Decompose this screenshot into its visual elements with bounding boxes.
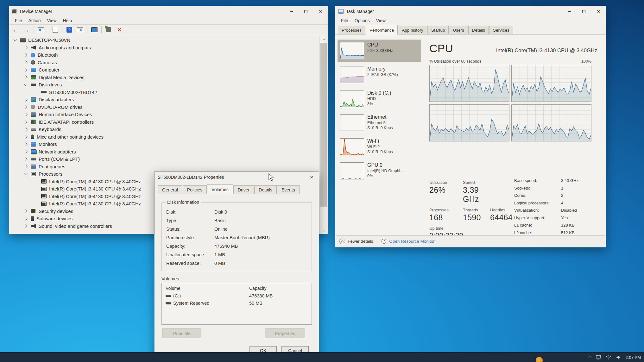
task-manager-tab-users[interactable]: Users [449,26,468,34]
collapse-chevron-icon[interactable] [24,83,27,86]
task-manager-tab-services[interactable]: Services [489,26,513,34]
tm-sidebar-gpu-0[interactable]: GPU 0Intel(R) HD Graphi...0% [338,160,421,182]
tree-item-mice-and-other-pointing-devices[interactable]: Mice and other pointing devices [9,133,319,141]
tree-item-monitors[interactable]: Monitors [9,140,319,148]
collapse-chevron-icon[interactable] [24,172,27,175]
tm-maximize-button[interactable] [577,6,591,17]
tree-item-bluetooth[interactable]: Bluetooth [9,51,319,59]
tree-item-audio-inputs-and-outputs[interactable]: Audio inputs and outputs [9,44,319,52]
device-manager-menu-view[interactable]: View [44,17,60,24]
fewer-details-button[interactable]: Fewer details [339,239,373,244]
device-manager-menu-action[interactable]: Action [25,17,44,24]
cpu-core-graph-1[interactable] [429,65,509,102]
tm-sidebar-wi-fi[interactable]: Wi-FiWi-Fi 2S: 0 R: 0 Kbps [338,136,421,158]
tree-item-dvd-cd-rom-drives[interactable]: DVD/CD-ROM drives [9,103,319,111]
cpu-core-graph-4[interactable] [511,104,591,141]
expand-chevron-icon[interactable] [24,113,27,116]
dialog-tab-policies[interactable]: Policies [183,185,207,194]
dialog-tab-general[interactable]: General [158,185,182,194]
clock[interactable]: 2:07 PM [626,355,641,360]
tree-item-human-interface-devices[interactable]: Human Interface Devices [9,111,319,118]
dialog-tab-volumes[interactable]: Volumes [207,184,233,194]
expand-chevron-icon[interactable] [24,209,27,213]
expand-chevron-icon[interactable] [24,53,27,57]
populate-button[interactable]: Populate [162,328,201,338]
taskbar[interactable]: 2:07 PM [0,353,644,362]
expand-chevron-icon[interactable] [24,150,27,153]
tm-sidebar-ethernet[interactable]: EthernetEthernet 5S: 0 R: 0 Kbps [338,112,421,134]
scan-computer-toolbar-button[interactable] [90,25,99,34]
tm-sidebar-cpu[interactable]: CPU26% 3.39 GHz [338,40,421,62]
forward-toolbar-button[interactable]: → [22,25,31,34]
tree-item-digital-media-devices[interactable]: Digital Media Devices [9,74,319,81]
expand-chevron-icon[interactable] [24,165,27,168]
task-manager-tab-startup[interactable]: Startup [427,26,449,34]
task-manager-titlebar[interactable]: Task Manager ✕ [335,6,606,17]
dialog-tab-details[interactable]: Details [254,185,277,194]
close-button[interactable]: ✕ [313,6,328,17]
volume-row-system-reserved[interactable]: System Reserved50 MB [166,301,308,306]
minimize-button[interactable] [284,6,299,17]
expand-chevron-icon[interactable] [24,128,27,131]
tree-item-cameras[interactable]: Cameras [9,59,319,66]
notification-dot-icon[interactable] [536,357,543,362]
dialog-tab-driver[interactable]: Driver [233,185,254,194]
task-manager-tab-details[interactable]: Details [468,26,489,34]
tree-item-disk-drives[interactable]: Disk drives [9,81,319,89]
task-manager-tab-performance[interactable]: Performance [366,25,398,35]
tree-item-print-queues[interactable]: Print queues [9,163,319,171]
open-resource-monitor-link[interactable]: Open Resource Monitor [381,239,434,244]
expand-chevron-icon[interactable] [24,224,27,228]
show-hidden-icons-chevron[interactable] [588,356,591,359]
device-manager-titlebar[interactable]: Device Manager ✕ [9,6,328,17]
volumes-list[interactable]: Volume Capacity (C:)476380 MBSystem Rese… [161,283,312,325]
expand-chevron-icon[interactable] [24,157,27,161]
tree-item-ide-ata-atapi-controllers[interactable]: IDE ATA/ATAPI controllers [9,118,319,126]
properties-button[interactable]: Properties [265,328,305,338]
cpu-core-graph-2[interactable] [511,65,591,102]
tree-item-keyboards[interactable]: Keyboards [9,126,319,133]
tree-item-network-adapters[interactable]: Network adapters [9,148,319,156]
scroll-down-icon[interactable] [320,228,328,234]
tree-item-st500dm002-1bd142[interactable]: ST500DM002-1BD142 [9,89,319,96]
back-toolbar-button[interactable]: ← [11,25,21,34]
dialog-tab-events[interactable]: Events [277,185,300,194]
tray-display-icon[interactable] [596,355,601,359]
expand-chevron-icon[interactable] [24,142,27,146]
volume-icon[interactable] [616,355,621,359]
device-manager-menu-help[interactable]: Help [60,17,75,24]
device-manager-menu-file[interactable]: File [12,17,25,24]
tm-minimize-button[interactable] [562,6,577,17]
expand-chevron-icon[interactable] [24,68,27,72]
expand-chevron-icon[interactable] [24,217,27,220]
task-manager-menu-options[interactable]: Options [351,17,373,24]
expand-chevron-icon[interactable] [24,61,27,64]
volume-row-c[interactable]: (C:)476380 MB [166,293,308,298]
properties-page-toolbar-button[interactable] [50,25,60,34]
tree-item-display-adapters[interactable]: Display adapters [9,96,319,103]
task-manager-tab-processes[interactable]: Processes [338,26,365,34]
update-driver-toolbar-button[interactable] [104,25,113,34]
scrollbar-thumb[interactable] [320,43,327,207]
maximize-button[interactable] [299,6,313,17]
expand-chevron-icon[interactable] [24,120,27,124]
scroll-up-icon[interactable] [320,36,328,42]
tm-sidebar-disk-0-c[interactable]: Disk 0 (C:)HDD3% [338,88,421,110]
tree-item-computer[interactable]: Computer [9,66,319,74]
expand-chevron-icon[interactable] [24,98,27,101]
collapse-chevron-icon[interactable] [13,38,17,41]
expand-chevron-icon[interactable] [24,135,27,139]
task-manager-tab-app-history[interactable]: App history [398,26,427,34]
dialog-titlebar[interactable]: ST500DM002-1BD142 Properties ✕ [155,172,319,182]
expand-chevron-icon[interactable] [24,105,27,109]
expand-chevron-icon[interactable] [24,46,27,49]
tm-sidebar-memory[interactable]: Memory2.9/7.9 GB (37%) [338,64,421,86]
tree-item-ports-com-lpt[interactable]: Ports (COM & LPT) [9,155,319,163]
show-console-toolbar-button[interactable] [36,25,46,34]
wifi-icon[interactable] [606,355,611,359]
tree-item-desktop-4u50vn[interactable]: DESKTOP-4U50VN [9,36,319,44]
task-manager-menu-file[interactable]: File [338,17,351,24]
export-list-toolbar-button[interactable] [75,25,85,34]
vertical-scrollbar[interactable] [319,36,327,234]
task-manager-menu-view[interactable]: View [373,17,389,24]
